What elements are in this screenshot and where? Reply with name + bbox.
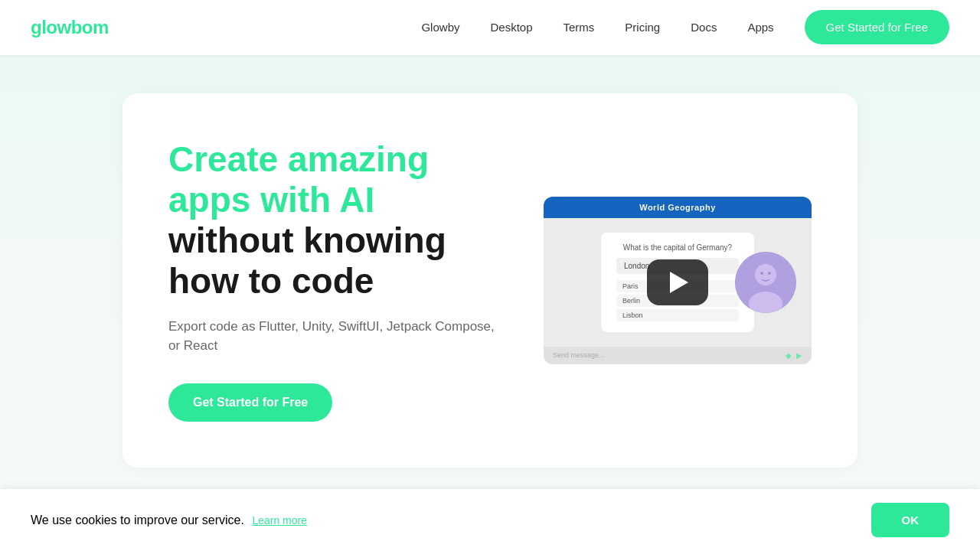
bottom-icons: ◆ ▶ — [786, 351, 802, 360]
hero-card: Create amazing apps with AI without know… — [122, 93, 858, 468]
video-content: What is the capital of Germany? London P… — [544, 218, 812, 347]
nav-link-pricing[interactable]: Pricing — [625, 21, 660, 34]
nav-link-glowby[interactable]: Glowby — [421, 21, 459, 34]
avatar-silhouette — [735, 252, 796, 313]
quiz-option-3: Lisbon — [616, 309, 739, 321]
cookie-ok-button[interactable]: OK — [871, 503, 950, 537]
navbar: glowbom Glowby Desktop Terms Pricing Doc… — [0, 0, 980, 55]
hero-title: Create amazing apps with AI without know… — [168, 139, 498, 302]
svg-point-3 — [760, 272, 763, 275]
hero-text-block: Create amazing apps with AI without know… — [168, 139, 498, 422]
hero-cta-button[interactable]: Get Started for Free — [168, 383, 332, 422]
nav-link-apps[interactable]: Apps — [747, 21, 773, 34]
hero-section: Create amazing apps with AI without know… — [0, 55, 980, 514]
nav-link-terms[interactable]: Terms — [564, 21, 595, 34]
hero-title-green: Create amazing apps with AI — [168, 139, 429, 220]
nav-links: Glowby Desktop Terms Pricing Docs Apps G… — [421, 21, 949, 34]
cookie-message-area: We use cookies to improve our service. L… — [31, 514, 307, 527]
video-preview: World Geography What is the capital of G… — [544, 197, 812, 364]
logo: glowbom — [31, 17, 109, 38]
cookie-message-text: We use cookies to improve our service. — [31, 514, 244, 527]
nav-link-desktop[interactable]: Desktop — [490, 21, 532, 34]
nav-link-docs[interactable]: Docs — [691, 21, 717, 34]
play-icon — [670, 272, 688, 293]
video-top-bar: World Geography — [544, 197, 812, 218]
cookie-banner: We use cookies to improve our service. L… — [0, 488, 980, 551]
video-bottom-bar: Send message... ◆ ▶ — [544, 347, 812, 364]
cookie-learn-more-link[interactable]: Learn more — [252, 514, 307, 527]
hero-visual: World Geography What is the capital of G… — [544, 197, 812, 364]
quiz-question: What is the capital of Germany? — [616, 243, 739, 252]
bottom-icon-1: ◆ — [786, 351, 792, 360]
avatar — [735, 252, 796, 313]
svg-point-4 — [768, 272, 771, 275]
svg-point-1 — [755, 264, 776, 285]
hero-subtitle: Export code as Flutter, Unity, SwiftUI, … — [168, 317, 498, 356]
bottom-icon-2: ▶ — [796, 351, 802, 360]
nav-cta-button[interactable]: Get Started for Free — [805, 10, 949, 44]
hero-title-dark: without knowing how to code — [168, 220, 446, 301]
send-message-placeholder: Send message... — [553, 351, 605, 359]
play-button[interactable] — [647, 259, 708, 305]
